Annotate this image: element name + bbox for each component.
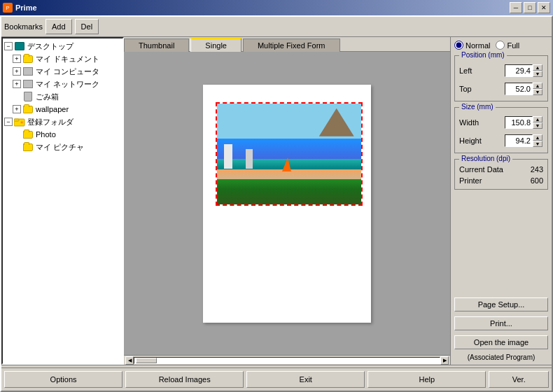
scroll-right-arrow[interactable]: ▶: [440, 356, 449, 365]
building1: [224, 144, 232, 169]
printer-row: Printer 600: [459, 176, 543, 185]
height-spin-down[interactable]: ▼: [533, 141, 542, 147]
tree-toggle-desktop[interactable]: −: [4, 42, 13, 50]
print-button[interactable]: Print...: [454, 316, 548, 330]
content-area: − デスクトップ + マイ ドキュメント + マイ コンピュータ +: [1, 37, 552, 365]
position-group-title: Position (mm): [459, 51, 507, 59]
left-input[interactable]: [505, 64, 533, 77]
tree-item-mycomputer[interactable]: + マイ コンピュータ: [4, 65, 121, 78]
full-radio[interactable]: [496, 41, 505, 50]
options-button[interactable]: Options: [4, 371, 122, 388]
left-spin-buttons: ▲ ▼: [533, 64, 542, 77]
main-window: Bookmarks Add Del − デスクトップ + マイ ドキュメント: [0, 15, 553, 392]
app-icon: P: [3, 3, 13, 13]
current-data-label: Current Data: [459, 165, 503, 174]
title-bar-left: P Prime: [3, 3, 37, 13]
tree-item-registered[interactable]: − ★ 登録フォルダ: [4, 115, 121, 128]
left-spin-up[interactable]: ▲: [533, 64, 542, 71]
svg-rect-1: [14, 119, 19, 121]
folder-icon-wallpaper: [22, 104, 34, 115]
tree-label-desktop: デスクトップ: [27, 41, 74, 52]
full-label: Full: [507, 41, 519, 50]
top-field-row: Top ▲ ▼: [459, 83, 543, 95]
normal-radio-label[interactable]: Normal: [454, 41, 490, 50]
left-field-row: Left ▲ ▼: [459, 64, 543, 77]
top-spin-down[interactable]: ▼: [533, 89, 542, 95]
width-spinbox[interactable]: ▲ ▼: [505, 116, 543, 129]
height-field-row: Height ▲ ▼: [459, 134, 543, 147]
width-input[interactable]: [505, 116, 533, 129]
tree-label-mycomputer: マイ コンピュータ: [36, 66, 99, 77]
left-spinbox[interactable]: ▲ ▼: [505, 64, 543, 77]
current-data-row: Current Data 243: [459, 165, 543, 174]
width-spin-up[interactable]: ▲: [533, 116, 542, 122]
tab-multiple[interactable]: Multiple Fixed Form: [243, 38, 340, 52]
top-input[interactable]: [505, 83, 533, 95]
full-radio-label[interactable]: Full: [496, 41, 519, 50]
view-mode-row: Normal Full: [454, 41, 548, 50]
width-field-row: Width ▲ ▼: [459, 116, 543, 129]
tree-item-mydocs[interactable]: + マイ ドキュメント: [4, 52, 121, 65]
size-group: Size (mm) Width ▲ ▼ Height: [454, 107, 548, 153]
building2: [246, 149, 253, 169]
reload-images-button[interactable]: Reload Images: [125, 371, 244, 388]
star-folder-icon: ★: [14, 116, 25, 127]
scroll-thumb[interactable]: [136, 358, 157, 363]
size-group-title: Size (mm): [459, 103, 496, 111]
tree-toggle-wallpaper[interactable]: +: [13, 105, 21, 113]
ver-button[interactable]: Ver.: [489, 371, 549, 388]
minimize-button[interactable]: ─: [510, 2, 522, 13]
close-button[interactable]: ✕: [538, 2, 550, 13]
height-label: Height: [459, 136, 482, 145]
del-button[interactable]: Del: [75, 19, 99, 34]
network-icon: [22, 78, 34, 90]
tree-item-trash[interactable]: ごみ箱: [4, 90, 121, 103]
maximize-button[interactable]: □: [524, 2, 536, 13]
top-label: Top: [459, 85, 472, 93]
add-button[interactable]: Add: [46, 19, 72, 34]
open-image-button[interactable]: Open the image: [454, 335, 548, 349]
bottom-bar: Options Reload Images Exit Help Ver.: [1, 368, 552, 391]
tree-item-photo[interactable]: Photo: [4, 128, 121, 141]
desktop-icon: [14, 41, 25, 52]
sailboat: [282, 158, 291, 172]
hawaii-image: [217, 104, 361, 204]
height-spinbox[interactable]: ▲ ▼: [505, 134, 543, 147]
tree-toggle-mycomputer[interactable]: +: [13, 67, 21, 76]
tree-toggle-mynetwork[interactable]: +: [13, 80, 21, 88]
help-button[interactable]: Help: [368, 371, 486, 388]
tab-thumbnail[interactable]: Thumbnail: [124, 38, 189, 52]
position-group: Position (mm) Left ▲ ▼ Top: [454, 55, 548, 102]
folder-icon-mydocs: [22, 53, 34, 64]
printer-value: 600: [531, 176, 543, 185]
page-white: [203, 85, 371, 323]
tab-single[interactable]: Single: [190, 38, 241, 52]
left-spin-down[interactable]: ▼: [533, 71, 542, 77]
page-setup-button[interactable]: Page Setup...: [454, 298, 548, 312]
normal-radio[interactable]: [454, 41, 463, 50]
bookmarks-label: Bookmarks: [4, 22, 43, 31]
scroll-track[interactable]: [134, 357, 440, 364]
tree-label-wallpaper: wallpaper: [36, 105, 69, 113]
top-spinbox[interactable]: ▲ ▼: [505, 83, 543, 95]
height-input[interactable]: [505, 134, 533, 147]
tree-item-wallpaper[interactable]: + wallpaper: [4, 103, 121, 115]
tree-item-mypictures[interactable]: マイ ピクチャ: [4, 141, 121, 153]
height-spin-up[interactable]: ▲: [533, 134, 542, 141]
scroll-left-arrow[interactable]: ◀: [125, 356, 134, 365]
tree-label-registered: 登録フォルダ: [27, 117, 74, 127]
toolbar: Bookmarks Add Del: [1, 17, 552, 37]
width-spin-buttons: ▲ ▼: [533, 116, 542, 129]
current-data-value: 243: [531, 165, 543, 174]
width-spin-down[interactable]: ▼: [533, 122, 542, 129]
tree-toggle-mydocs[interactable]: +: [13, 55, 21, 63]
exit-button[interactable]: Exit: [246, 371, 365, 388]
tree-item-desktop[interactable]: − デスクトップ: [4, 40, 121, 52]
image-preview[interactable]: [216, 102, 363, 206]
printer-label: Printer: [459, 176, 482, 185]
assoc-program-text: (Associated Program): [454, 354, 548, 361]
top-spin-up[interactable]: ▲: [533, 83, 542, 89]
tree-toggle-registered[interactable]: −: [4, 118, 13, 126]
tree-item-mynetwork[interactable]: + マイ ネットワーク: [4, 78, 121, 90]
horizontal-scrollbar[interactable]: ◀ ▶: [124, 355, 450, 365]
